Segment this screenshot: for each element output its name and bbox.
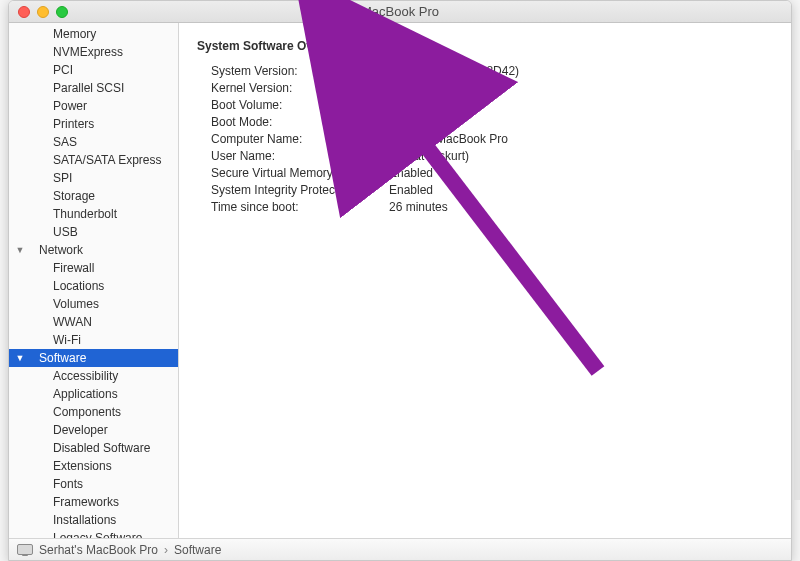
sidebar-item-label: Extensions: [25, 459, 112, 473]
system-information-window: MacBook Pro MemoryNVMExpressPCIParallel …: [8, 0, 792, 561]
overview-key: Computer Name:: [211, 131, 389, 148]
sidebar-item-network[interactable]: ▼Network: [9, 241, 178, 259]
overview-value: Darwin 18.2.0: [389, 80, 773, 97]
sidebar-item-label: Legacy Software: [25, 531, 142, 538]
sidebar-item-hardware-child[interactable]: SATA/SATA Express: [9, 151, 178, 169]
overview-value: macOS 10.14.3 (18D42): [389, 63, 773, 80]
window-body: MemoryNVMExpressPCIParallel SCSIPowerPri…: [9, 23, 791, 538]
sidebar-item-label: Fonts: [25, 477, 83, 491]
sidebar-item-label: NVMExpress: [25, 45, 123, 59]
sidebar-item-software-child[interactable]: Disabled Software: [9, 439, 178, 457]
overview-row: Boot Mode:Safe: [211, 114, 773, 131]
overview-row: System Integrity Protection:Enabled: [211, 182, 773, 199]
content-pane: System Software Overview: System Version…: [179, 23, 791, 538]
sidebar-item-hardware-child[interactable]: USB: [9, 223, 178, 241]
overview-row: Computer Name:Serhat's MacBook Pro: [211, 131, 773, 148]
sidebar-item-label: Network: [25, 243, 83, 257]
sidebar-item-label: Locations: [25, 279, 104, 293]
sidebar-item-software-child[interactable]: Extensions: [9, 457, 178, 475]
sidebar-item-label: Volumes: [25, 297, 99, 311]
overview-row: Kernel Version:Darwin 18.2.0: [211, 80, 773, 97]
sidebar-item-software-child[interactable]: Applications: [9, 385, 178, 403]
disclosure-triangle-icon[interactable]: ▼: [15, 353, 25, 363]
breadcrumb-leaf[interactable]: Software: [174, 543, 221, 557]
zoom-button[interactable]: [56, 6, 68, 18]
sidebar-item-label: Applications: [25, 387, 118, 401]
overview-key: Secure Virtual Memory:: [211, 165, 389, 182]
overview-key: User Name:: [211, 148, 389, 165]
overview-row: System Version:macOS 10.14.3 (18D42): [211, 63, 773, 80]
overview-key: Boot Mode:: [211, 114, 389, 131]
minimize-button[interactable]: [37, 6, 49, 18]
sidebar-item-software-child[interactable]: Developer: [9, 421, 178, 439]
overview-row: Boot Volume:Macintosh HD: [211, 97, 773, 114]
sidebar-item-hardware-child[interactable]: Power: [9, 97, 178, 115]
sidebar-item-label: Frameworks: [25, 495, 119, 509]
sidebar-item-hardware-child[interactable]: NVMExpress: [9, 43, 178, 61]
sidebar-item-label: Developer: [25, 423, 108, 437]
breadcrumb-separator: ›: [164, 543, 168, 557]
sidebar-item-hardware-child[interactable]: PCI: [9, 61, 178, 79]
sidebar-item-software[interactable]: ▼Software: [9, 349, 178, 367]
sidebar-item-label: Power: [25, 99, 87, 113]
sidebar-item-software-child[interactable]: Legacy Software: [9, 529, 178, 538]
breadcrumb-root[interactable]: Serhat's MacBook Pro: [39, 543, 158, 557]
sidebar-item-hardware-child[interactable]: Printers: [9, 115, 178, 133]
overview-row: Secure Virtual Memory:Enabled: [211, 165, 773, 182]
sidebar-item-software-child[interactable]: Accessibility: [9, 367, 178, 385]
disclosure-triangle-icon[interactable]: ▼: [15, 245, 25, 255]
sidebar-item-label: SATA/SATA Express: [25, 153, 161, 167]
overview-key: Kernel Version:: [211, 80, 389, 97]
sidebar-item-label: SAS: [25, 135, 77, 149]
overview-key: System Version:: [211, 63, 389, 80]
overview-row: Time since boot:26 minutes: [211, 199, 773, 216]
sidebar-item-label: Firewall: [25, 261, 94, 275]
overview-key: Time since boot:: [211, 199, 389, 216]
sidebar-item-network-child[interactable]: Firewall: [9, 259, 178, 277]
computer-icon: [17, 544, 33, 555]
sidebar-item-label: Memory: [25, 27, 96, 41]
overview-value: Safe: [389, 114, 773, 131]
sidebar-item-network-child[interactable]: Volumes: [9, 295, 178, 313]
sidebar-item-label: Components: [25, 405, 121, 419]
section-title: System Software Overview:: [197, 39, 773, 53]
sidebar-item-hardware-child[interactable]: Storage: [9, 187, 178, 205]
close-button[interactable]: [18, 6, 30, 18]
sidebar-item-hardware-child[interactable]: Memory: [9, 25, 178, 43]
sidebar-item-label: Installations: [25, 513, 116, 527]
sidebar-item-software-child[interactable]: Frameworks: [9, 493, 178, 511]
sidebar-item-label: Thunderbolt: [25, 207, 117, 221]
sidebar[interactable]: MemoryNVMExpressPCIParallel SCSIPowerPri…: [9, 23, 179, 538]
overview-value: Enabled: [389, 182, 773, 199]
sidebar-item-label: Disabled Software: [25, 441, 150, 455]
overview-value: 26 minutes: [389, 199, 773, 216]
sidebar-item-network-child[interactable]: Wi-Fi: [9, 331, 178, 349]
overview-list: System Version:macOS 10.14.3 (18D42)Kern…: [197, 63, 773, 216]
overview-key: Boot Volume:: [211, 97, 389, 114]
sidebar-item-label: USB: [25, 225, 78, 239]
sidebar-item-hardware-child[interactable]: SAS: [9, 133, 178, 151]
window-controls: [9, 6, 68, 18]
sidebar-item-software-child[interactable]: Installations: [9, 511, 178, 529]
sidebar-item-label: WWAN: [25, 315, 92, 329]
sidebar-item-hardware-child[interactable]: Parallel SCSI: [9, 79, 178, 97]
overview-value: Serhat's MacBook Pro: [389, 131, 773, 148]
sidebar-item-label: Software: [25, 351, 86, 365]
sidebar-item-software-child[interactable]: Fonts: [9, 475, 178, 493]
titlebar[interactable]: MacBook Pro: [9, 1, 791, 23]
sidebar-item-label: Wi-Fi: [25, 333, 81, 347]
sidebar-item-network-child[interactable]: WWAN: [9, 313, 178, 331]
sidebar-item-label: PCI: [25, 63, 73, 77]
sidebar-item-label: Storage: [25, 189, 95, 203]
window-title: MacBook Pro: [9, 4, 791, 19]
sidebar-item-label: Accessibility: [25, 369, 118, 383]
sidebar-item-hardware-child[interactable]: SPI: [9, 169, 178, 187]
statusbar: Serhat's MacBook Pro › Software: [9, 538, 791, 560]
overview-key: System Integrity Protection:: [211, 182, 389, 199]
right-edge-shadow: [794, 150, 800, 500]
overview-value: Serhat ({fskurt): [389, 148, 773, 165]
sidebar-item-label: Printers: [25, 117, 94, 131]
sidebar-item-hardware-child[interactable]: Thunderbolt: [9, 205, 178, 223]
sidebar-item-software-child[interactable]: Components: [9, 403, 178, 421]
sidebar-item-network-child[interactable]: Locations: [9, 277, 178, 295]
